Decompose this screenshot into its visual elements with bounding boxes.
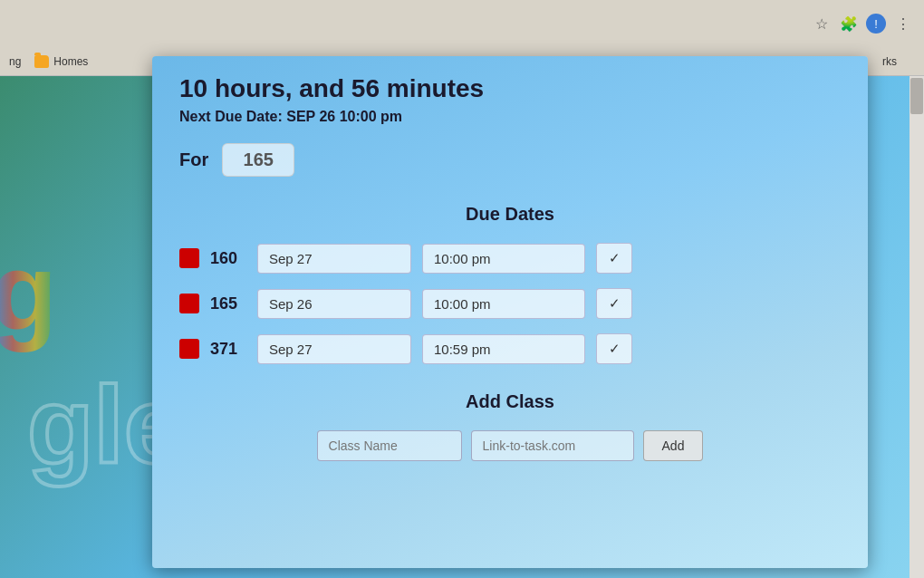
- due-row-165: 165 ✓: [179, 288, 841, 319]
- time-input-160[interactable]: [422, 244, 585, 274]
- add-class-section: Add Class Add: [179, 391, 841, 461]
- add-button[interactable]: Add: [643, 430, 704, 461]
- due-row-160: 160 ✓: [179, 243, 841, 274]
- extension1-icon[interactable]: 🧩: [839, 14, 859, 34]
- class-number-371: 371: [210, 340, 246, 359]
- date-input-160[interactable]: [257, 244, 411, 274]
- red-indicator-371[interactable]: [179, 339, 199, 359]
- menu-icon[interactable]: ⋮: [893, 14, 913, 34]
- scrollbar[interactable]: [910, 76, 924, 578]
- due-dates-section: Due Dates 160 ✓ 165 ✓ 371 ✓: [179, 204, 841, 364]
- add-class-title: Add Class: [179, 391, 841, 412]
- due-dates-title: Due Dates: [179, 204, 841, 225]
- add-class-row: Add: [179, 430, 841, 461]
- time-input-165[interactable]: [422, 289, 585, 319]
- timer-title: 10 hours, and 56 minutes: [179, 74, 841, 103]
- red-indicator-160[interactable]: [179, 248, 199, 268]
- bookmark-right: rks: [882, 55, 897, 68]
- extension2-icon[interactable]: !: [866, 14, 886, 34]
- bookmark-ng[interactable]: ng: [9, 55, 21, 68]
- class-name-input[interactable]: [317, 430, 462, 461]
- time-input-371[interactable]: [422, 334, 585, 364]
- check-btn-371[interactable]: ✓: [596, 333, 632, 364]
- next-due-date: Next Due Date: SEP 26 10:00 pm: [179, 109, 841, 125]
- due-row-371: 371 ✓: [179, 333, 841, 364]
- browser-toolbar: ☆ 🧩 ! ⋮: [0, 0, 924, 47]
- check-btn-165[interactable]: ✓: [596, 288, 632, 319]
- folder-icon: [34, 55, 49, 68]
- check-btn-160[interactable]: ✓: [596, 243, 632, 274]
- date-input-165[interactable]: [257, 289, 411, 319]
- bookmark-homes[interactable]: Homes: [34, 55, 88, 68]
- for-label: For: [179, 149, 208, 170]
- scrollbar-thumb[interactable]: [910, 78, 923, 114]
- bookmark-star-icon[interactable]: ☆: [812, 14, 832, 34]
- red-indicator-165[interactable]: [179, 294, 199, 313]
- class-number-165: 165: [210, 294, 246, 313]
- date-input-371[interactable]: [257, 334, 411, 364]
- class-number-160: 160: [210, 249, 246, 268]
- google-bg-text: g: [0, 228, 57, 353]
- for-value: 165: [222, 143, 294, 177]
- popup-dialog: 10 hours, and 56 minutes Next Due Date: …: [152, 56, 868, 568]
- for-row: For 165: [179, 143, 841, 177]
- link-input[interactable]: [471, 430, 634, 461]
